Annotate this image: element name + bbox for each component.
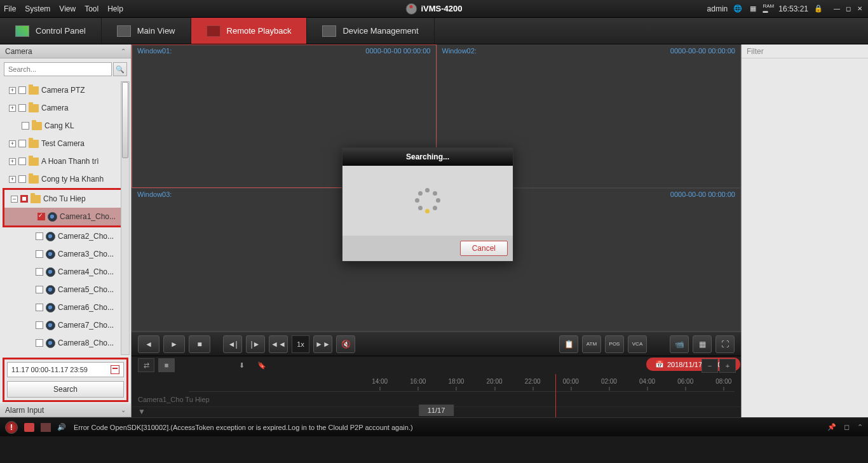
ram-icon[interactable]: RAM▬	[763, 4, 773, 13]
tree-item[interactable]: Cang KL	[0, 117, 131, 135]
status-icon-2[interactable]	[41, 423, 51, 432]
camera-icon	[46, 267, 55, 277]
lock-icon[interactable]: 🔒	[813, 4, 824, 13]
expand-icon[interactable]: ⌃	[857, 423, 863, 431]
calendar-icon[interactable]	[111, 365, 119, 374]
camera-icon	[46, 285, 55, 295]
mute-button[interactable]: 🔇	[336, 335, 355, 353]
fast-button[interactable]: ►►	[313, 335, 332, 353]
search-button[interactable]: Search	[7, 381, 124, 398]
tree-item-camera[interactable]: Camera4_Cho...	[0, 263, 131, 281]
menu-tool[interactable]: Tool	[85, 4, 98, 13]
highlighted-group: –Cho Tu Hiep Camera1_Cho...	[3, 188, 130, 227]
loading-spinner-icon	[415, 188, 440, 213]
playhead[interactable]	[555, 374, 556, 417]
tree-item-camera[interactable]: Camera3_Cho...	[0, 245, 131, 263]
popup-icon[interactable]: ◻	[844, 423, 850, 431]
speaker-icon[interactable]: 🔊	[57, 423, 67, 432]
tree-item-camera[interactable]: Camera5_Cho...	[0, 281, 131, 299]
sidebar-header-alarm[interactable]: Alarm Input⌄	[0, 403, 131, 417]
tab-device-management[interactable]: Device Management	[307, 18, 434, 44]
searching-modal: Searching... Cancel	[342, 147, 513, 262]
cpu-icon[interactable]: ▦	[748, 4, 758, 13]
bookmark-icon[interactable]: 🔖	[254, 358, 270, 372]
filter-panel: Filter	[741, 44, 868, 417]
stop-button[interactable]: ■	[189, 335, 210, 353]
sidebar-header-camera[interactable]: Camera⌃	[0, 44, 131, 58]
folder-icon	[31, 195, 41, 203]
download-button[interactable]: 📹	[670, 335, 689, 353]
search-icon-button[interactable]: 🔍	[113, 62, 127, 76]
camera-icon	[46, 303, 55, 312]
close-button[interactable]: ✕	[855, 4, 864, 13]
play-button[interactable]: ►	[163, 335, 185, 353]
tree-item-camera[interactable]: Camera8_Cho...	[0, 334, 131, 352]
prev-frame-button[interactable]: ◄|	[223, 335, 242, 353]
next-frame-button[interactable]: |►	[246, 335, 265, 353]
alert-icon[interactable]: !	[5, 421, 18, 434]
tree-item[interactable]: +A Hoan Thanh trì	[0, 152, 131, 170]
camera-search-input[interactable]	[4, 62, 112, 76]
menu-view[interactable]: View	[59, 4, 76, 13]
user-label: admin	[707, 4, 728, 13]
menu-help[interactable]: Help	[107, 4, 123, 13]
cancel-button[interactable]: Cancel	[460, 241, 508, 256]
device-icon	[322, 25, 336, 37]
timeline-mode-1-button[interactable]: ⇄	[138, 358, 154, 372]
tree-item[interactable]: +Cong ty Ha Khanh	[0, 170, 131, 188]
layout-button[interactable]: ▦	[693, 335, 712, 353]
tree-item[interactable]: +Camera PTZ	[0, 81, 131, 99]
camera-icon	[46, 339, 55, 348]
minimize-button[interactable]: —	[832, 4, 841, 13]
tree-item-camera[interactable]: Camera7_Cho...	[0, 316, 131, 334]
timeline-date: 11/17	[419, 405, 454, 416]
event-button[interactable]: 📋	[559, 335, 578, 353]
atm-button[interactable]: ATM	[582, 335, 601, 353]
fullscreen-button[interactable]: ⛶	[715, 335, 735, 353]
zoom-in-button[interactable]: +	[719, 359, 736, 373]
zoom-out-button[interactable]: −	[702, 359, 718, 373]
tab-control-panel[interactable]: Control Panel	[0, 18, 102, 44]
tree-item-camera1[interactable]: Camera1_Cho...	[4, 208, 128, 225]
camera-icon	[46, 321, 55, 330]
tree-item[interactable]: +Test Camera	[0, 135, 131, 152]
pos-button[interactable]: POS	[605, 335, 624, 353]
menu-system[interactable]: System	[25, 4, 50, 13]
playback-icon	[207, 25, 220, 37]
tree-item-camera[interactable]: Camera6_Cho...	[0, 299, 131, 316]
speed-display: 1x	[292, 335, 309, 353]
slow-button[interactable]: ◄◄	[269, 335, 288, 353]
menu-file[interactable]: File	[4, 4, 16, 13]
date-range-input[interactable]: 11.17 00:00-11.17 23:59	[7, 362, 124, 377]
camera-icon	[48, 212, 57, 222]
tree-item-cho-tu-hiep[interactable]: –Cho Tu Hiep	[4, 190, 128, 208]
filter-icon[interactable]: ▼	[138, 407, 146, 416]
timeline: ⇄ ≡ ⬇ 🔖 📅 2018/11/17 00:00:17 − + 14:00 …	[132, 356, 741, 417]
tab-main-view[interactable]: Main View	[102, 18, 191, 44]
folder-icon	[29, 104, 39, 112]
modal-title: Searching...	[342, 148, 513, 166]
statusbar: ! 🔊 Error Code OpenSDK[310002].(AccessTo…	[0, 417, 868, 436]
timeline-mode-2-button[interactable]: ≡	[158, 358, 175, 372]
tree-item[interactable]: +Camera	[0, 99, 131, 117]
camera-icon	[117, 25, 131, 37]
grid-icon	[15, 25, 29, 37]
app-title: iVMS-4200	[405, 3, 462, 15]
download-icon[interactable]: ⬇	[233, 358, 250, 372]
status-icon-1[interactable]	[24, 423, 34, 432]
tab-remote-playback[interactable]: Remote Playback	[191, 18, 308, 44]
globe-icon[interactable]: 🌐	[733, 4, 743, 13]
maximize-button[interactable]: ◻	[844, 4, 853, 13]
pin-icon[interactable]: 📌	[827, 423, 836, 431]
camera-icon	[46, 250, 55, 259]
tab-bar: Control Panel Main View Remote Playback …	[0, 18, 868, 44]
tree-item-camera[interactable]: Camera2_Cho...	[0, 227, 131, 245]
folder-icon	[29, 140, 39, 148]
timeline-ruler[interactable]: 14:00 16:00 18:00 20:00 22:00 00:00 02:0…	[189, 374, 735, 392]
chevron-up-icon: ⌃	[121, 48, 126, 55]
reverse-play-button[interactable]: ◄	[138, 335, 159, 353]
date-search-box: 11.17 00:00-11.17 23:59 Search	[3, 358, 128, 402]
vca-button[interactable]: VCA	[628, 335, 647, 353]
tree-scrollbar[interactable]	[121, 81, 130, 355]
filter-header: Filter	[742, 44, 868, 58]
